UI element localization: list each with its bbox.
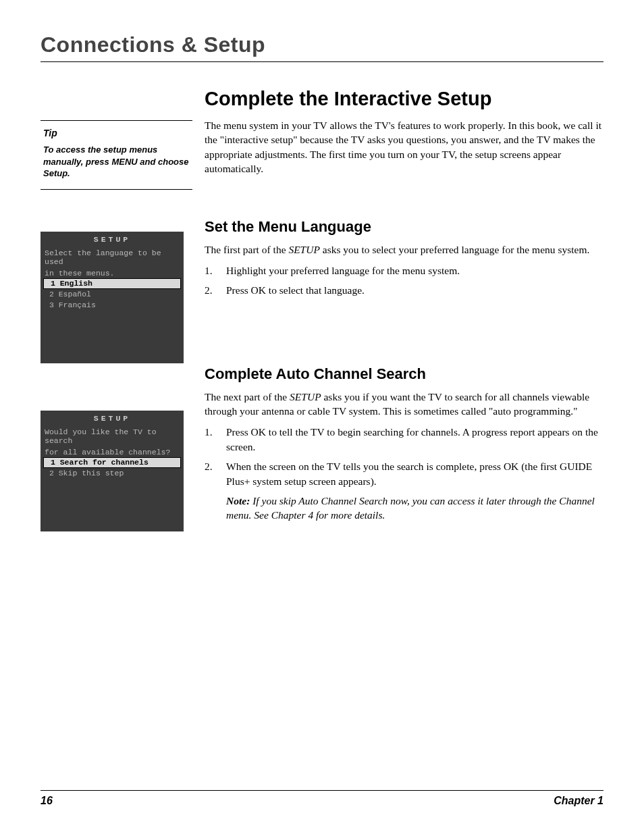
step-text: Press OK to select that language. <box>226 284 365 296</box>
list-item: 1. Press OK to tell the TV to begin sear… <box>205 425 603 454</box>
setup-screen-language: SETUP Select the language to be used in … <box>41 232 184 363</box>
screen-title: SETUP <box>41 411 184 425</box>
list-item: 2. Press OK to select that language. <box>205 283 603 297</box>
step-number: 2. <box>205 283 213 297</box>
spacer <box>41 190 192 232</box>
screen-prompt-line: in these menus. <box>41 267 184 278</box>
right-column: Complete the Interactive Setup The menu … <box>205 88 603 536</box>
step-text: Highlight your preferred language for th… <box>226 265 460 276</box>
sub-heading: Set the Menu Language <box>205 218 603 236</box>
tip-title: Tip <box>43 128 190 138</box>
step-number: 1. <box>205 263 213 278</box>
intro-paragraph: The next part of the SETUP asks you if y… <box>205 390 603 419</box>
setup-screen-channel-search: SETUP Would you like the TV to search fo… <box>41 411 184 531</box>
screen-option-selected: 1 Search for channels <box>43 457 181 468</box>
note-body: If you skip Auto Channel Search now, you… <box>226 495 595 521</box>
page-number: 16 <box>41 795 53 807</box>
section-menu-language: Set the Menu Language The first part of … <box>205 218 603 298</box>
chapter-label: Chapter 1 <box>554 795 603 807</box>
screen-title: SETUP <box>41 232 184 246</box>
tip-block: Tip To access the setup menus manually, … <box>41 120 192 190</box>
spacer <box>205 311 603 365</box>
screen-prompt-line: Would you like the TV to search <box>41 425 184 446</box>
setup-em: SETUP <box>288 244 320 255</box>
step-list: 1. Highlight your preferred language for… <box>205 263 603 298</box>
footer-divider <box>41 790 603 791</box>
footer-row: 16 Chapter 1 <box>41 795 603 807</box>
left-column: Tip To access the setup menus manually, … <box>41 88 192 536</box>
screen-prompt-line: for all available channels? <box>41 446 184 457</box>
step-number: 1. <box>205 425 213 439</box>
content-columns: Tip To access the setup menus manually, … <box>41 88 603 536</box>
header-divider <box>41 61 603 62</box>
intro-paragraph: The menu system in your TV allows the TV… <box>205 118 603 176</box>
text: asks you to select your preferred langua… <box>320 244 589 255</box>
spacer <box>41 363 192 411</box>
page-footer: 16 Chapter 1 <box>41 790 603 807</box>
spacer <box>41 311 184 358</box>
step-number: 2. <box>205 459 213 473</box>
screen-option: 2 Español <box>41 289 184 300</box>
screen-prompt-line: Select the language to be used <box>41 246 184 267</box>
spacer <box>205 190 603 218</box>
text: The next part of the <box>205 391 290 402</box>
screen-option: 2 Skip this step <box>41 468 184 479</box>
note-label: Note: <box>226 495 250 506</box>
text: The first part of the <box>205 244 288 255</box>
intro-paragraph: The first part of the SETUP asks you to … <box>205 242 603 257</box>
tip-body: To access the setup menus manually, pres… <box>43 144 190 180</box>
main-heading: Complete the Interactive Setup <box>205 88 603 110</box>
screen-option: 3 Français <box>41 300 184 311</box>
sub-heading: Complete Auto Channel Search <box>205 365 603 383</box>
list-item: 1. Highlight your preferred language for… <box>205 263 603 278</box>
step-text: Press OK to tell the TV to begin searchi… <box>226 426 598 452</box>
screen-option-selected: 1 English <box>43 278 181 289</box>
list-item: 2. When the screen on the TV tells you t… <box>205 459 603 488</box>
section-interactive-setup: Complete the Interactive Setup The menu … <box>205 88 603 176</box>
setup-em: SETUP <box>290 391 321 402</box>
section-channel-search: Complete Auto Channel Search The next pa… <box>205 365 603 523</box>
step-list: 1. Press OK to tell the TV to begin sear… <box>205 425 603 488</box>
step-text: When the screen on the TV tells you the … <box>226 461 592 486</box>
note: Note: If you skip Auto Channel Search no… <box>205 494 603 523</box>
spacer <box>41 479 184 526</box>
chapter-title: Connections & Setup <box>41 32 603 57</box>
